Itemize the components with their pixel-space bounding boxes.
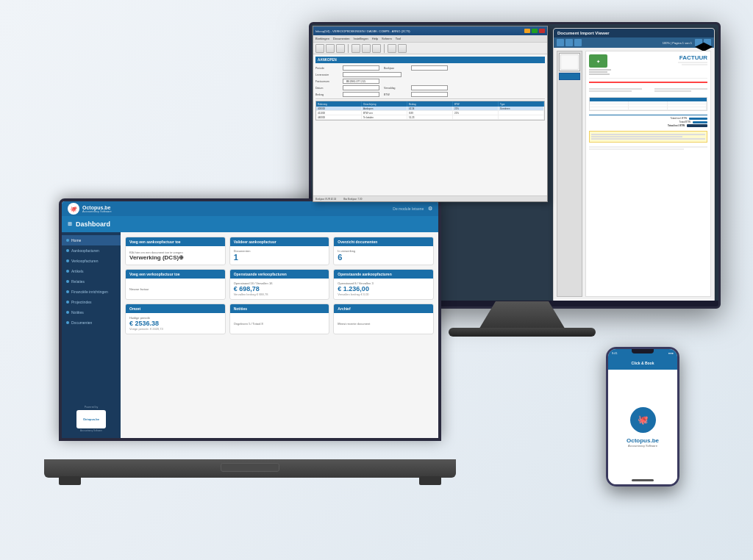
from-line-1: [589, 88, 642, 90]
card-overzicht[interactable]: Overzicht documenten In verwerking 6: [333, 237, 434, 265]
menu-documenten[interactable]: Documenten: [333, 37, 350, 40]
dashboard-icon: ⊞: [68, 221, 72, 227]
card-valideer[interactable]: Valideer aankoopfactuur Documenten 1: [229, 237, 330, 265]
phone-logo-symbol: 🐙: [638, 414, 649, 425]
bedrag-input[interactable]: [343, 92, 379, 97]
sidebar-item-artikels[interactable]: Artikels: [62, 266, 121, 276]
address-section: [589, 87, 707, 93]
settings-icon[interactable]: ⚙: [428, 206, 432, 211]
dv-next-btn[interactable]: ▶: [704, 39, 711, 46]
nav-label: De module Ietsene: [393, 207, 424, 211]
col-btw: BTW: [453, 101, 499, 107]
verval-input[interactable]: [411, 85, 448, 90]
doc-thumb-1[interactable]: [559, 53, 580, 71]
phone-brand-sub: Accountancy Software: [628, 444, 657, 448]
sidebar-item-home[interactable]: Home: [62, 235, 121, 245]
maximize-btn[interactable]: [532, 29, 538, 33]
card-open-aankoop[interactable]: Openstaande aankoopfacturen Openstaand 8…: [333, 269, 434, 300]
sidebar-item-project[interactable]: Projectindex: [62, 297, 121, 307]
document-viewer: Document Import Viewer 100% | Pagina 1 v…: [553, 28, 715, 304]
card-verkoop-label: Nieuwe factuur: [129, 287, 221, 291]
cell-btw-1: 21%: [453, 107, 499, 110]
laptop: 🐙 Octopus.be Accountancy Software De mod…: [44, 198, 456, 507]
toolbar-btn-1[interactable]: [315, 44, 324, 53]
menu-help[interactable]: Help: [372, 37, 378, 40]
close-btn[interactable]: [539, 29, 545, 33]
logo-symbol: ✦: [596, 59, 600, 64]
ys-line-2: [591, 136, 682, 137]
card-notities[interactable]: Notities Ongelezen 5 / Totaal 8: [229, 304, 330, 334]
toolbar-btn-5[interactable]: [362, 44, 371, 53]
card-valideer-header: Valideer aankoopfactuur: [230, 237, 329, 246]
lev-label: Leverancier: [315, 73, 341, 76]
btw-input[interactable]: [411, 92, 448, 97]
sw-title-text: Inkoop(V4) - VERKOOPBOEKINGEN / DAGBK: C…: [315, 29, 410, 33]
datum-input[interactable]: [343, 85, 379, 90]
periode-input[interactable]: [343, 65, 379, 71]
toolbar-btn-3[interactable]: [336, 44, 345, 53]
toolbar-btn-8[interactable]: [398, 44, 407, 53]
toolbar-btn-4[interactable]: [351, 44, 360, 53]
sidebar-item-verkoop[interactable]: Verkoopfacturen: [62, 256, 121, 266]
card-archief[interactable]: Archief Meest recente document: [333, 304, 434, 334]
sidebar-home-label: Home: [71, 238, 81, 243]
card-open-aankoop-value1: € 1.236,00: [338, 285, 429, 292]
factnum-input[interactable]: BE2981.077.215: [343, 79, 379, 84]
dash-row-2: Voeg een verkoopfactuur toe Nieuwe factu…: [125, 269, 434, 300]
toolbar-btn-6[interactable]: [372, 44, 381, 53]
laptop-foot-right: [419, 476, 441, 485]
inv-cell-2: [629, 101, 668, 104]
menu-instellingen[interactable]: Instellingen: [354, 37, 368, 40]
dv-btn-3[interactable]: [574, 39, 582, 46]
sw-form-title: AANKOPEN: [315, 57, 545, 63]
sidebar-item-documenten[interactable]: Documenten: [62, 317, 121, 328]
doc-thumb-selected[interactable]: [559, 73, 580, 80]
phone-signal: ●●●: [668, 351, 674, 355]
sidebar-item-relaties[interactable]: Relaties: [62, 276, 121, 287]
sidebar-verkoop-label: Verkoopfacturen: [71, 259, 98, 263]
card-omzet-header: Omzet: [126, 304, 225, 313]
boekjaar-input[interactable]: [411, 65, 448, 71]
card-open-aankoop-note: Vervallen bedrag € 0,00: [338, 292, 429, 296]
mobile-phone: 9:41 ●●● Click & Book 🐙 Octopus.be Accou…: [606, 347, 679, 487]
inv-cell-5: [629, 104, 668, 107]
card-voeg-verkoop[interactable]: Voeg een verkoopfactuur toe Nieuwe factu…: [125, 269, 226, 300]
card-voeg-aankoop[interactable]: Voeg een aankoopfactuur toe Klik hier om…: [125, 237, 226, 265]
sidebar-logo-text: Octopus.be: [83, 417, 99, 421]
status-text-1: Boekjaar: EUR 42.34: [315, 198, 336, 201]
invoice-footer: [589, 146, 707, 151]
sidebar-item-financieel[interactable]: Financiële inrichtingen: [62, 287, 121, 297]
menu-scherm[interactable]: Scherm: [382, 37, 392, 40]
cell-rek-1: 400000: [316, 107, 362, 110]
lev-input[interactable]: [343, 72, 402, 77]
footer-line-2: [589, 148, 684, 150]
menu-tool[interactable]: Tool: [396, 37, 401, 40]
dv-btn-2[interactable]: [565, 39, 573, 46]
grid-row-3[interactable]: 440000 Te betalen 51.23: [316, 115, 544, 120]
logo-text-block: Octopus.be Accountancy Software: [82, 205, 112, 213]
cell-btw-2: 21%: [453, 111, 499, 115]
inv-cell-1: [590, 101, 629, 104]
to-line-2: [654, 90, 692, 92]
home-icon: [66, 239, 69, 242]
toolbar-btn-7[interactable]: [388, 44, 396, 53]
doc-panels: ✦ FACTUUR: [557, 51, 711, 297]
artikels-icon: [66, 270, 69, 273]
dv-btn-1[interactable]: [557, 39, 564, 46]
sidebar-item-aankoop[interactable]: Aankoopfacturen: [62, 245, 121, 256]
monitor-base: [449, 328, 596, 337]
menu-boekingen[interactable]: Boekingen: [315, 37, 329, 40]
card-archief-header: Archief: [334, 304, 433, 313]
card-open-verkoop[interactable]: Openstaande verkoopfacturen Openstaand 1…: [229, 269, 330, 300]
cell-omschr-3: Te betalen: [362, 115, 407, 119]
card-omzet[interactable]: Omzet Huidige periode € 2536.38 Vorige p…: [125, 304, 226, 334]
dash-main: Voeg een aankoopfactuur toe Klik hier om…: [121, 232, 438, 438]
card-aankoop-header: Voeg een aankoopfactuur toe: [126, 237, 225, 246]
toolbar-btn-2[interactable]: [326, 44, 335, 53]
to-address: [654, 87, 707, 93]
dv-page-info: 100% | Pagina 1 van 1: [663, 41, 692, 45]
from-line-2: [589, 90, 632, 92]
dv-prev-btn[interactable]: ◀: [695, 39, 702, 46]
sidebar-item-notities[interactable]: Notities: [62, 307, 121, 317]
minimize-btn[interactable]: [524, 29, 530, 33]
